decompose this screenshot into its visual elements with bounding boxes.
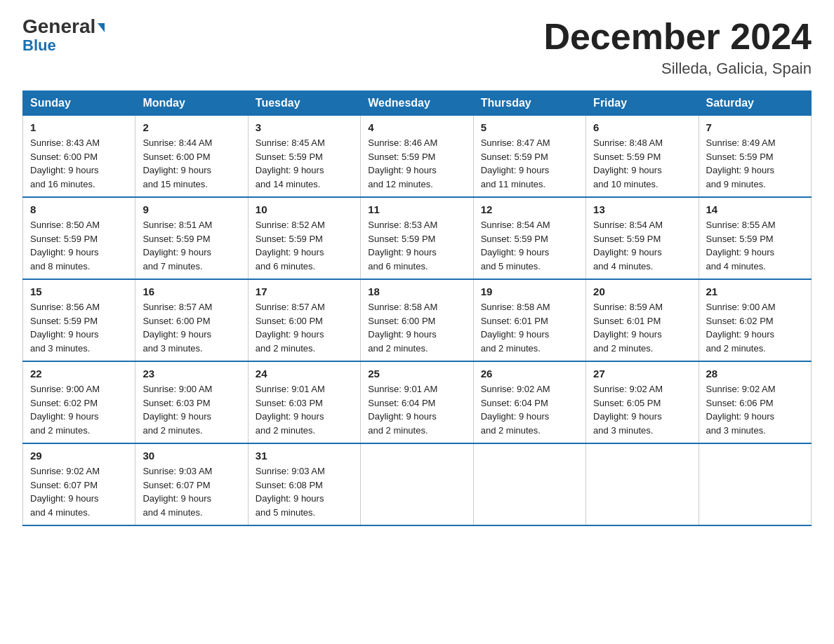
table-row: 29 Sunrise: 9:02 AM Sunset: 6:07 PM Dayl… [23, 443, 135, 525]
table-row [473, 443, 585, 525]
table-row: 30 Sunrise: 9:03 AM Sunset: 6:07 PM Dayl… [135, 443, 248, 525]
day-number: 1 [30, 121, 128, 133]
calendar-week-row: 29 Sunrise: 9:02 AM Sunset: 6:07 PM Dayl… [23, 443, 812, 525]
day-number: 10 [256, 203, 353, 215]
day-number: 19 [481, 286, 578, 297]
header-saturday: Saturday [699, 91, 811, 116]
header-tuesday: Tuesday [248, 91, 360, 116]
day-info: Sunrise: 9:00 AM Sunset: 6:03 PM Dayligh… [143, 382, 240, 437]
table-row: 10 Sunrise: 8:52 AM Sunset: 5:59 PM Dayl… [248, 197, 360, 279]
day-number: 13 [593, 203, 691, 215]
day-info: Sunrise: 8:48 AM Sunset: 5:59 PM Dayligh… [593, 136, 691, 191]
table-row: 26 Sunrise: 9:02 AM Sunset: 6:04 PM Dayl… [473, 361, 585, 443]
day-info: Sunrise: 8:47 AM Sunset: 5:59 PM Dayligh… [481, 136, 578, 191]
day-info: Sunrise: 9:00 AM Sunset: 6:02 PM Dayligh… [706, 300, 804, 355]
day-number: 12 [481, 203, 578, 215]
day-info: Sunrise: 8:58 AM Sunset: 6:01 PM Dayligh… [481, 300, 578, 355]
day-info: Sunrise: 8:54 AM Sunset: 5:59 PM Dayligh… [593, 218, 691, 273]
table-row: 1 Sunrise: 8:43 AM Sunset: 6:00 PM Dayli… [23, 116, 135, 198]
header-thursday: Thursday [473, 91, 585, 116]
table-row: 24 Sunrise: 9:01 AM Sunset: 6:03 PM Dayl… [248, 361, 360, 443]
table-row: 22 Sunrise: 9:00 AM Sunset: 6:02 PM Dayl… [23, 361, 135, 443]
calendar-week-row: 8 Sunrise: 8:50 AM Sunset: 5:59 PM Dayli… [23, 197, 812, 279]
logo-general-text: General [22, 17, 105, 36]
day-number: 9 [143, 203, 240, 215]
day-info: Sunrise: 8:50 AM Sunset: 5:59 PM Dayligh… [30, 218, 128, 273]
table-row: 18 Sunrise: 8:58 AM Sunset: 6:00 PM Dayl… [361, 279, 473, 361]
table-row [699, 443, 811, 525]
logo: General Blue [22, 17, 105, 53]
day-info: Sunrise: 8:45 AM Sunset: 5:59 PM Dayligh… [256, 136, 353, 191]
day-info: Sunrise: 9:01 AM Sunset: 6:03 PM Dayligh… [256, 382, 353, 437]
day-info: Sunrise: 8:56 AM Sunset: 5:59 PM Dayligh… [30, 300, 128, 355]
day-info: Sunrise: 8:44 AM Sunset: 6:00 PM Dayligh… [143, 136, 240, 191]
table-row: 9 Sunrise: 8:51 AM Sunset: 5:59 PM Dayli… [135, 197, 248, 279]
header-monday: Monday [135, 91, 248, 116]
day-info: Sunrise: 9:02 AM Sunset: 6:04 PM Dayligh… [481, 382, 578, 437]
table-row: 6 Sunrise: 8:48 AM Sunset: 5:59 PM Dayli… [586, 116, 699, 198]
day-info: Sunrise: 9:00 AM Sunset: 6:02 PM Dayligh… [30, 382, 128, 437]
table-row: 27 Sunrise: 9:02 AM Sunset: 6:05 PM Dayl… [586, 361, 699, 443]
calendar-table: Sunday Monday Tuesday Wednesday Thursday… [22, 90, 812, 526]
day-info: Sunrise: 8:57 AM Sunset: 6:00 PM Dayligh… [256, 300, 353, 355]
table-row: 16 Sunrise: 8:57 AM Sunset: 6:00 PM Dayl… [135, 279, 248, 361]
table-row: 28 Sunrise: 9:02 AM Sunset: 6:06 PM Dayl… [699, 361, 811, 443]
day-number: 24 [256, 368, 353, 380]
day-info: Sunrise: 9:01 AM Sunset: 6:04 PM Dayligh… [368, 382, 465, 437]
header-friday: Friday [586, 91, 699, 116]
day-info: Sunrise: 8:52 AM Sunset: 5:59 PM Dayligh… [256, 218, 353, 273]
table-row: 23 Sunrise: 9:00 AM Sunset: 6:03 PM Dayl… [135, 361, 248, 443]
day-info: Sunrise: 8:43 AM Sunset: 6:00 PM Dayligh… [30, 136, 128, 191]
day-number: 16 [143, 286, 240, 297]
day-number: 28 [706, 368, 804, 380]
day-number: 8 [30, 203, 128, 215]
table-row: 3 Sunrise: 8:45 AM Sunset: 5:59 PM Dayli… [248, 116, 360, 198]
day-info: Sunrise: 8:54 AM Sunset: 5:59 PM Dayligh… [481, 218, 578, 273]
day-info: Sunrise: 9:02 AM Sunset: 6:07 PM Dayligh… [30, 464, 128, 519]
calendar-week-row: 1 Sunrise: 8:43 AM Sunset: 6:00 PM Dayli… [23, 116, 812, 198]
day-number: 4 [368, 121, 465, 133]
day-number: 25 [368, 368, 465, 380]
day-number: 11 [368, 203, 465, 215]
day-number: 23 [143, 368, 240, 380]
logo-blue-text: Blue [22, 38, 56, 53]
header-wednesday: Wednesday [361, 91, 473, 116]
title-block: December 2024 Silleda, Galicia, Spain [543, 17, 812, 78]
header-sunday: Sunday [23, 91, 135, 116]
table-row: 7 Sunrise: 8:49 AM Sunset: 5:59 PM Dayli… [699, 116, 811, 198]
table-row: 5 Sunrise: 8:47 AM Sunset: 5:59 PM Dayli… [473, 116, 585, 198]
day-number: 18 [368, 286, 465, 297]
day-info: Sunrise: 9:03 AM Sunset: 6:08 PM Dayligh… [256, 464, 353, 519]
table-row: 20 Sunrise: 8:59 AM Sunset: 6:01 PM Dayl… [586, 279, 699, 361]
day-number: 6 [593, 121, 691, 133]
table-row: 15 Sunrise: 8:56 AM Sunset: 5:59 PM Dayl… [23, 279, 135, 361]
day-number: 26 [481, 368, 578, 380]
day-info: Sunrise: 8:58 AM Sunset: 6:00 PM Dayligh… [368, 300, 465, 355]
day-number: 20 [593, 286, 691, 297]
day-number: 5 [481, 121, 578, 133]
day-number: 2 [143, 121, 240, 133]
day-info: Sunrise: 8:59 AM Sunset: 6:01 PM Dayligh… [593, 300, 691, 355]
day-info: Sunrise: 8:49 AM Sunset: 5:59 PM Dayligh… [706, 136, 804, 191]
day-info: Sunrise: 8:51 AM Sunset: 5:59 PM Dayligh… [143, 218, 240, 273]
day-info: Sunrise: 8:53 AM Sunset: 5:59 PM Dayligh… [368, 218, 465, 273]
table-row: 25 Sunrise: 9:01 AM Sunset: 6:04 PM Dayl… [361, 361, 473, 443]
calendar-week-row: 22 Sunrise: 9:00 AM Sunset: 6:02 PM Dayl… [23, 361, 812, 443]
table-row: 14 Sunrise: 8:55 AM Sunset: 5:59 PM Dayl… [699, 197, 811, 279]
day-info: Sunrise: 8:57 AM Sunset: 6:00 PM Dayligh… [143, 300, 240, 355]
days-header-row: Sunday Monday Tuesday Wednesday Thursday… [23, 91, 812, 116]
day-info: Sunrise: 8:46 AM Sunset: 5:59 PM Dayligh… [368, 136, 465, 191]
table-row [361, 443, 473, 525]
table-row [586, 443, 699, 525]
day-info: Sunrise: 9:03 AM Sunset: 6:07 PM Dayligh… [143, 464, 240, 519]
table-row: 2 Sunrise: 8:44 AM Sunset: 6:00 PM Dayli… [135, 116, 248, 198]
day-info: Sunrise: 8:55 AM Sunset: 5:59 PM Dayligh… [706, 218, 804, 273]
table-row: 19 Sunrise: 8:58 AM Sunset: 6:01 PM Dayl… [473, 279, 585, 361]
table-row: 8 Sunrise: 8:50 AM Sunset: 5:59 PM Dayli… [23, 197, 135, 279]
day-number: 3 [256, 121, 353, 133]
table-row: 21 Sunrise: 9:00 AM Sunset: 6:02 PM Dayl… [699, 279, 811, 361]
calendar-title: December 2024 [543, 17, 812, 57]
day-info: Sunrise: 9:02 AM Sunset: 6:05 PM Dayligh… [593, 382, 691, 437]
calendar-subtitle: Silleda, Galicia, Spain [543, 60, 812, 78]
day-number: 15 [30, 286, 128, 297]
